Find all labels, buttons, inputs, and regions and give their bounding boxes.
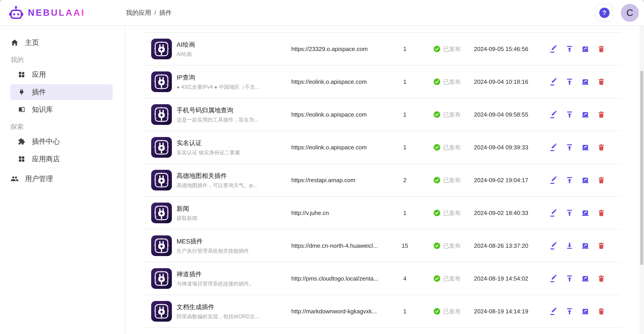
publish-button[interactable] [581,143,589,151]
plugin-count: 1 [392,210,418,216]
publish-button[interactable] [581,111,589,119]
table-row[interactable]: 禅道插件 与禅道项目管理系统连接的插件。 http://pms.cloudtog… [143,262,621,295]
delete-button[interactable] [597,143,605,151]
plugin-description: 这是一款实用的工具插件，旨在为... [176,116,258,123]
publish-icon [581,242,589,250]
download-button[interactable] [566,242,574,250]
edit-button[interactable] [550,307,558,315]
table-row[interactable]: IP查询 ● 43亿全量IPv4 ● 中国地区（不含... https://eo… [143,66,621,98]
plugin-name: MES插件 [176,237,249,246]
logo[interactable]: NEBULAAI [9,0,85,25]
sidebar-item-home[interactable]: 主页 [0,35,125,50]
plug-icon [18,89,25,96]
sidebar-item-apps[interactable]: 应用 [10,67,113,82]
upload-icon [566,143,574,151]
edit-button[interactable] [550,111,558,119]
download-icon [566,242,574,250]
check-circle-icon [434,79,440,85]
table-row[interactable]: 高德地图相关插件 高德地图插件，可以查询天气、ip... https://res… [143,164,621,197]
edit-button[interactable] [550,143,558,151]
edit-button[interactable] [550,275,558,283]
plugin-description: 生产执行管理系统相关技能插件 [176,248,249,254]
publish-button[interactable] [581,45,589,53]
trash-icon [597,242,605,250]
plugin-info: MES插件 生产执行管理系统相关技能插件 [176,237,249,254]
delete-button[interactable] [597,307,605,315]
scrollbar-thumb[interactable] [640,71,643,265]
delete-button[interactable] [597,78,605,86]
avatar[interactable]: C [621,4,639,22]
sidebar-item-label: 应用商店 [32,154,60,164]
delete-button[interactable] [597,111,605,119]
table-row[interactable]: AI绘画 AI绘画 https://23329.o.apispace.com 1… [143,33,621,66]
plugin-info: 文档生成插件 阿里函数编程实现，包括WORD文... [176,303,259,320]
upload-button[interactable] [566,176,574,184]
delete-button[interactable] [597,45,605,53]
breadcrumb-parent[interactable]: 我的应用 [126,8,151,17]
publish-button[interactable] [581,209,589,217]
header-actions: ? C [596,0,639,25]
delete-button[interactable] [597,242,605,250]
updated-time: 2024-08-19 14:14:19 [474,308,528,315]
upload-button[interactable] [566,307,574,315]
trash-icon [597,45,605,53]
table-row[interactable]: 文档生成插件 阿里函数编程实现，包括WORD文... http://markdo… [143,295,621,328]
updated-time: 2024-08-26 13:37:20 [474,242,528,249]
sidebar-item-user-management[interactable]: 用户管理 [0,171,125,187]
table-row[interactable]: MES插件 生产执行管理系统相关技能插件 https://dme.cn-nort… [143,230,621,262]
publish-button[interactable] [581,307,589,315]
upload-button[interactable] [566,275,574,283]
status-label: 已发布 [443,308,461,315]
publish-button[interactable] [581,242,589,250]
scrollbar[interactable] [640,26,644,334]
sidebar-item-label: 插件 [32,87,46,97]
plugin-table: AI绘画 AI绘画 https://23329.o.apispace.com 1… [143,32,621,328]
edit-icon [550,307,558,315]
sidebar-item-plugins[interactable]: 插件 [10,84,113,100]
upload-button[interactable] [566,209,574,217]
help-button[interactable]: ? [596,4,613,21]
edit-button[interactable] [550,45,558,53]
publish-button[interactable] [581,176,589,184]
check-circle-icon [434,308,440,315]
edit-button[interactable] [550,242,558,250]
upload-button[interactable] [566,143,574,151]
delete-button[interactable] [597,275,605,283]
sidebar-item-knowledge[interactable]: 知识库 [10,102,113,118]
edit-button[interactable] [550,78,558,86]
app-header: NEBULAAI 我的应用 / 插件 ? C [0,0,644,26]
plugin-description: ● 43亿全量IPv4 ● 中国地区（不含... [176,84,259,91]
check-circle-icon [434,46,440,52]
edit-icon [550,242,558,250]
status-label: 已发布 [443,209,461,217]
delete-button[interactable] [597,209,605,217]
table-row[interactable]: 实名认证 实名认证 核实身份证二要素 https://eolink.o.apis… [143,131,621,164]
sidebar-section-my: 我的 [0,55,125,65]
edit-icon [550,209,558,217]
row-actions [550,78,605,86]
sidebar-item-app-store[interactable]: 应用商店 [10,151,113,167]
upload-button[interactable] [566,78,574,86]
edit-button[interactable] [550,209,558,217]
edit-button[interactable] [550,176,558,184]
sidebar-item-plugin-center[interactable]: 插件中心 [10,134,113,149]
plugin-name: 文档生成插件 [176,303,259,311]
row-actions [550,307,605,315]
app-window: NEBULAAI 我的应用 / 插件 ? C 主页 我的 应用 [0,0,644,334]
check-circle-icon [434,144,440,151]
row-actions [550,176,605,184]
publish-button[interactable] [581,78,589,86]
publish-button[interactable] [581,275,589,283]
delete-button[interactable] [597,176,605,184]
upload-button[interactable] [566,111,574,119]
upload-button[interactable] [566,45,574,53]
trash-icon [597,78,605,86]
status-badge: 已发布 [434,45,461,53]
row-actions [550,143,605,151]
publish-icon [581,209,589,217]
puzzle-icon [18,138,25,145]
status-label: 已发布 [443,111,461,119]
status-label: 已发布 [443,144,461,151]
table-row[interactable]: 手机号码归属地查询 这是一款实用的工具插件，旨在为... https://eol… [143,98,621,131]
table-row[interactable]: 新闻 获取新闻 http://v.juhe.cn 1 已发布 2024-09-0… [143,197,621,230]
